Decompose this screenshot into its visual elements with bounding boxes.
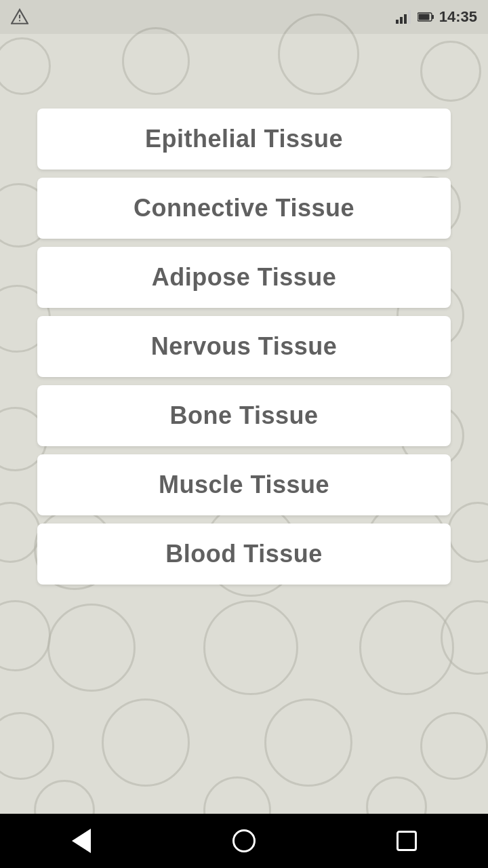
back-button[interactable]	[61, 821, 102, 861]
adipose-tissue-btn[interactable]: Adipose Tissue	[37, 247, 451, 308]
recent-apps-button[interactable]	[386, 821, 427, 861]
home-icon	[232, 829, 256, 852]
muscle-tissue-btn[interactable]: Muscle Tissue	[37, 454, 451, 515]
battery-icon	[418, 12, 434, 22]
recent-apps-icon	[396, 831, 417, 851]
status-right: 14:35	[396, 8, 477, 26]
epithelial-tissue-btn[interactable]: Epithelial Tissue	[37, 108, 451, 170]
bg-circle	[203, 600, 298, 695]
connective-tissue-btn[interactable]: Connective Tissue	[37, 178, 451, 239]
bg-circle	[47, 604, 136, 692]
bg-circle	[0, 712, 54, 780]
bg-circle	[441, 600, 488, 675]
status-bar: 14:35	[0, 0, 488, 34]
warning-icon	[11, 8, 28, 26]
svg-rect-5	[408, 10, 411, 24]
time-display: 14:35	[439, 8, 477, 26]
blood-tissue-btn[interactable]: Blood Tissue	[37, 524, 451, 585]
svg-rect-2	[396, 20, 399, 24]
svg-rect-3	[400, 17, 403, 24]
bg-circle	[0, 600, 51, 671]
status-left	[11, 8, 28, 26]
bg-circle	[359, 600, 454, 695]
back-icon	[72, 829, 91, 853]
bone-tissue-btn[interactable]: Bone Tissue	[37, 385, 451, 446]
svg-point-1	[19, 20, 20, 21]
bg-circle	[102, 698, 190, 787]
svg-rect-4	[404, 14, 407, 24]
svg-rect-8	[418, 14, 429, 20]
svg-rect-7	[432, 15, 434, 19]
home-button[interactable]	[224, 821, 264, 861]
bg-circle	[264, 698, 352, 787]
signal-icon	[396, 10, 412, 24]
tissue-menu: Epithelial TissueConnective TissueAdipos…	[0, 34, 488, 585]
navigation-bar	[0, 814, 488, 868]
bg-circle	[420, 712, 488, 780]
nervous-tissue-btn[interactable]: Nervous Tissue	[37, 316, 451, 377]
